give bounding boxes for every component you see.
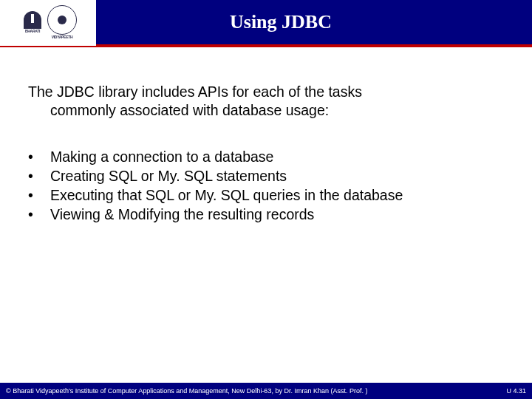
bullet-text: Viewing & Modifying the resulting record… <box>50 205 314 224</box>
logo-text-left: BHARATI <box>19 30 46 33</box>
intro-line-2: commonly associated with database usage: <box>28 101 504 120</box>
list-item: •Making a connection to a database <box>28 148 504 166</box>
slide-title: Using JDBC <box>96 11 532 33</box>
logo: BHARATI VIDYAPEETH <box>0 0 96 46</box>
logo-emblem-left: BHARATI <box>19 11 46 33</box>
slide-body: The JDBC library includes APIs for each … <box>0 47 532 224</box>
logo-text-right: VIDYAPEETH <box>49 35 75 39</box>
bullet-text: Making a connection to a database <box>50 148 273 166</box>
intro-line-1: The JDBC library includes APIs for each … <box>28 83 362 100</box>
slide-header: BHARATI VIDYAPEETH Using JDBC <box>0 0 532 47</box>
footer-page-number: U 4.31 <box>506 387 526 395</box>
list-item: •Creating SQL or My. SQL statements <box>28 167 504 185</box>
bullet-text: Creating SQL or My. SQL statements <box>50 167 287 185</box>
list-item: •Executing that SQL or My. SQL queries i… <box>28 186 504 205</box>
intro-text: The JDBC library includes APIs for each … <box>28 83 504 120</box>
footer-copyright: © Bharati Vidyapeeth's Institute of Comp… <box>6 387 367 395</box>
slide-footer: © Bharati Vidyapeeth's Institute of Comp… <box>0 383 532 399</box>
logo-emblem-right: VIDYAPEETH <box>47 5 77 39</box>
list-item: •Viewing & Modifying the resulting recor… <box>28 205 504 224</box>
bullet-list: •Making a connection to a database •Crea… <box>28 148 504 224</box>
bullet-text: Executing that SQL or My. SQL queries in… <box>50 186 403 205</box>
